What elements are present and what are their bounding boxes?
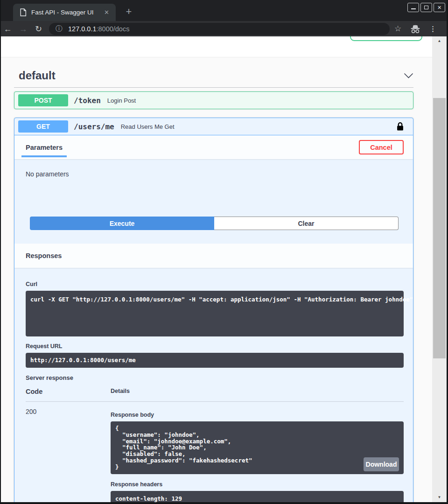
- response-body-label: Response body: [111, 412, 404, 418]
- url-host: 127.0.0.1: [68, 25, 96, 33]
- window-controls: ✕: [407, 3, 445, 12]
- tab-strip: Fast API - Swagger UI ✕ + ✕: [0, 0, 448, 21]
- response-headers-label: Response headers: [111, 481, 404, 488]
- browser-toolbar: ← → ↻ ⓘ 127.0.0.1:8000/docs ☆ ⋮: [0, 21, 448, 36]
- default-section-header[interactable]: default: [19, 69, 413, 82]
- responses-title: Responses: [26, 252, 62, 259]
- tab-close-icon[interactable]: ✕: [102, 8, 111, 17]
- status-code: 200: [26, 408, 111, 504]
- parameters-tab-header: Parameters Cancel: [14, 135, 413, 159]
- post-summary: Login Post: [107, 97, 409, 104]
- curl-code-block: curl -X GET "http://127.0.0.1:8000/users…: [26, 291, 404, 336]
- post-path: /token: [74, 96, 101, 105]
- window-border-bottom: [0, 502, 448, 504]
- maximize-icon: [424, 6, 428, 9]
- browser-window: Fast API - Swagger UI ✕ + ✕ ← → ↻ ⓘ 127.…: [0, 0, 448, 504]
- code-column-header: Code: [26, 388, 111, 395]
- curl-label: Curl: [26, 281, 404, 287]
- server-response-table: Code Details 200 Response body { "userna…: [26, 388, 404, 504]
- chevron-down-icon[interactable]: [404, 73, 413, 79]
- close-window-button[interactable]: ✕: [434, 3, 445, 12]
- get-summary: Read Users Me Get: [121, 123, 397, 130]
- opblock-get-users-me: GET /users/me Read Users Me Get Paramete…: [14, 118, 413, 504]
- menu-dots-icon[interactable]: ⋮: [429, 25, 436, 33]
- opblock-post-header[interactable]: POST /token Login Post: [14, 92, 413, 109]
- url-text: 127.0.0.1:8000/docs: [68, 25, 129, 33]
- curl-command: curl -X GET "http://127.0.0.1:8000/users…: [30, 296, 399, 303]
- response-body-block: { "username": "johndoe", "email": "johnd…: [111, 421, 404, 474]
- section-divider: [14, 87, 413, 88]
- clear-button[interactable]: Clear: [214, 217, 399, 230]
- request-url-label: Request URL: [26, 343, 404, 350]
- swagger-page: default POST /token Login Post GET /user…: [0, 36, 448, 504]
- browser-tab[interactable]: Fast API - Swagger UI ✕: [13, 4, 116, 21]
- active-tab-underline: [21, 155, 67, 157]
- window-border-left: [0, 0, 1, 504]
- request-url-value: http://127.0.0.1:8000/users/me: [30, 357, 399, 364]
- opblock-post-token[interactable]: POST /token Login Post: [14, 91, 413, 109]
- responses-body: Curl curl -X GET "http://127.0.0.1:8000/…: [14, 268, 413, 504]
- site-info-icon[interactable]: ⓘ: [56, 24, 63, 33]
- forward-icon[interactable]: →: [15, 25, 31, 33]
- details-column-header: Details: [111, 388, 130, 395]
- minimize-icon: [411, 8, 416, 9]
- cancel-button[interactable]: Cancel: [359, 140, 404, 154]
- incognito-icon: [410, 24, 421, 34]
- scrollbar-down-icon[interactable]: ▼: [432, 494, 447, 501]
- download-button[interactable]: Download: [364, 457, 399, 471]
- address-bar[interactable]: ⓘ 127.0.0.1:8000/docs: [49, 23, 390, 35]
- responses-section-header: Responses: [14, 244, 413, 268]
- execute-button[interactable]: Execute: [30, 217, 214, 230]
- table-header-row: Code Details: [26, 388, 404, 402]
- back-icon[interactable]: ←: [0, 25, 15, 33]
- page-favicon-icon: [20, 8, 27, 16]
- tab-parameters[interactable]: Parameters: [26, 136, 63, 159]
- response-body-json: { "username": "johndoe", "email": "johnd…: [115, 425, 399, 470]
- url-path: :8000/docs: [96, 25, 129, 33]
- auth-lock-button[interactable]: [397, 122, 404, 131]
- bookmark-star-icon[interactable]: ☆: [394, 24, 401, 34]
- table-row: 200 Response body { "username": "johndoe…: [26, 402, 404, 504]
- get-path: /users/me: [74, 122, 114, 131]
- server-response-label: Server response: [26, 374, 404, 381]
- post-method-badge: POST: [18, 94, 68, 106]
- tab-title: Fast API - Swagger UI: [31, 9, 102, 16]
- scrollbar-up-icon[interactable]: ▲: [432, 37, 447, 45]
- opblock-get-header[interactable]: GET /users/me Read Users Me Get: [14, 118, 413, 135]
- request-url-block: http://127.0.0.1:8000/users/me: [26, 353, 404, 368]
- scrollbar-thumb[interactable]: [433, 98, 446, 358]
- minimize-button[interactable]: [407, 3, 419, 12]
- parameters-tab-label: Parameters: [26, 144, 63, 151]
- scheme-container: [0, 36, 436, 57]
- section-title: default: [19, 69, 56, 82]
- execute-row: Execute Clear: [30, 217, 399, 230]
- no-parameters-text: No parameters: [14, 159, 413, 196]
- page-scrollbar[interactable]: ▲ ▼: [432, 36, 447, 502]
- details-cell: Response body { "username": "johndoe", "…: [111, 408, 404, 504]
- get-method-badge: GET: [18, 120, 68, 133]
- maximize-button[interactable]: [420, 3, 432, 12]
- page-content: default POST /token Login Post GET /user…: [0, 58, 436, 504]
- new-tab-button[interactable]: +: [122, 6, 135, 18]
- lock-icon: [397, 122, 404, 131]
- authorize-button-partial[interactable]: [350, 36, 422, 41]
- toolbar-right: ☆ ⋮: [394, 24, 436, 34]
- reload-icon[interactable]: ↻: [31, 25, 46, 33]
